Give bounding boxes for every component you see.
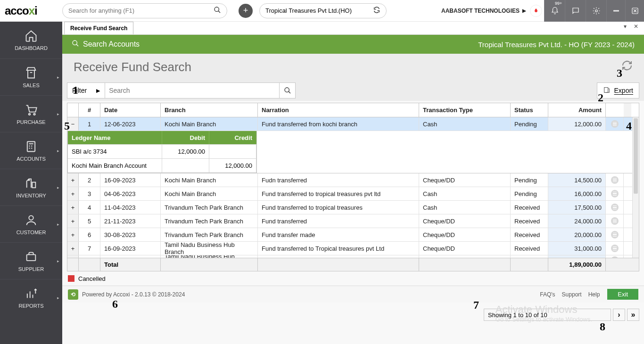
context-company-fy: Tropical Treasures Pvt Ltd. - HO (FY 202… [478,41,635,49]
row-menu-button[interactable] [606,214,624,228]
global-search[interactable] [62,3,227,18]
sidebar-item-sales[interactable]: SALES ▸ [0,58,62,95]
export-icon [603,86,611,95]
row-menu-button[interactable] [606,201,624,214]
logo-text-a: acco [5,4,29,17]
ledger-cell-name: SBI a/c 3734 [68,145,162,158]
grid-body: − 1 12-06-2023 Kochi Main Branch Fund tr… [67,117,639,258]
table-row[interactable]: − 1 12-06-2023 Kochi Main Branch Fund tr… [67,117,639,131]
sidebar-item-purchase[interactable]: PURCHASE ▸ [0,95,62,132]
sidebar-item-reports[interactable]: REPORTS ▸ [0,279,62,316]
cell-narration: Fund transferred from kochi branch [258,117,419,131]
chat-icon[interactable] [565,0,586,22]
table-row[interactable]: + 5 21-11-2023 Trivandum Tech Park Branc… [67,214,639,228]
chevron-right-icon: ▸ [57,295,59,300]
table-row[interactable]: + 3 04-06-2023 Kochi Main Branch Fund tr… [67,187,639,201]
cell-index: 5 [79,214,100,228]
collapse-icon[interactable]: − [67,117,79,131]
svg-point-17 [29,215,33,220]
panel-window-controls[interactable]: ▾ ✕ [624,23,641,30]
row-menu-button[interactable] [606,117,624,131]
svg-point-25 [285,88,289,92]
bell-icon[interactable] [544,0,565,22]
table-row[interactable]: + 8 14-12-2023 Tamil Nadu Business Hub B… [67,255,639,258]
total-label: Total [100,258,161,271]
row-menu-button[interactable] [606,255,624,258]
svg-point-2 [595,9,597,12]
logo-text-c: i [34,4,37,17]
row-menu-button[interactable] [606,173,624,187]
expand-icon[interactable]: + [67,242,79,255]
svg-line-1 [218,11,220,13]
sidebar-label: REPORTS [19,303,44,309]
export-label: Export [614,87,633,94]
add-button[interactable]: + [239,4,253,18]
left-sidebar: DASHBOARD SALES ▸ PURCHASE ▸ ACCOUNTS ▸ … [0,22,62,344]
grid-search[interactable] [105,82,280,98]
cell-status: Received [511,228,548,241]
svg-point-7 [29,113,31,115]
vertical-scrollbar[interactable] [632,117,639,258]
pager-next-button[interactable]: › [613,309,625,321]
table-row[interactable]: + 7 16-09-2023 Tamil Nadu Business Hub B… [67,242,639,255]
filter-button[interactable]: Filter ▶ [67,82,105,98]
row-menu-button[interactable] [606,187,624,200]
expand-icon[interactable]: + [67,187,79,200]
row-menu-button[interactable] [606,228,624,241]
footer-faq-link[interactable]: FAQ's [540,291,555,298]
close-button[interactable] [625,0,644,22]
col-index[interactable]: # [79,103,100,117]
export-button[interactable]: Export [597,82,639,98]
cell-branch: Trivandum Tech Park Branch [161,228,258,241]
sidebar-item-dashboard[interactable]: DASHBOARD [0,22,62,58]
cell-branch: Kochi Main Branch [161,187,258,200]
expand-icon[interactable]: + [67,255,79,258]
footer-support-link[interactable]: Support [562,291,582,298]
filter-row: Filter ▶ Export [62,80,644,101]
grid-search-button[interactable] [280,82,296,98]
global-search-input[interactable] [68,7,214,14]
search-icon[interactable] [214,6,221,16]
sidebar-item-accounts[interactable]: ACCOUNTS ▸ [0,132,62,169]
col-date[interactable]: Date [100,103,161,117]
table-row[interactable]: + 2 16-09-2023 Kochi Main Branch Fudn tr… [67,173,639,187]
col-transaction-type[interactable]: Transaction Type [419,103,511,117]
col-narration[interactable]: Narration [258,103,419,117]
footer-help-link[interactable]: Help [588,291,600,298]
ledger-row: Kochi Main Branch Account 12,000.00 [68,158,256,172]
col-amount[interactable]: Amount [548,103,606,117]
pager-last-button[interactable]: » [627,309,639,321]
announcement-icon[interactable] [530,5,542,17]
grid-search-input[interactable] [109,87,275,94]
sidebar-item-supplier[interactable]: SUPPLIER ▸ [0,242,62,279]
refresh-icon[interactable] [621,60,633,74]
gear-icon[interactable] [586,0,606,22]
table-row[interactable]: + 4 11-04-2023 Trivandum Tech Park Branc… [67,201,639,214]
expand-icon[interactable]: + [67,228,79,241]
ledger-col-credit: Credit [209,131,256,144]
tab-receive-fund-search[interactable]: Receive Fund Search [64,22,133,34]
expand-icon[interactable]: + [67,201,79,214]
company-selector[interactable]: Tropical Treasures Pvt Ltd.(HO) [259,3,387,18]
ledger-row: SBI a/c 3734 12,000.00 [68,144,256,158]
chevron-right-icon: ▸ [57,222,59,227]
context-title[interactable]: Search Accounts [83,40,140,49]
cell-index: 6 [79,228,100,241]
col-status[interactable]: Status [511,103,548,117]
user-name: AABASOFT TECHNOLOGIES [441,8,520,14]
svg-rect-3 [613,10,619,11]
row-menu-button[interactable] [606,242,624,255]
table-row[interactable]: + 6 30-08-2023 Trivandum Tech Park Branc… [67,228,639,242]
col-branch[interactable]: Branch [161,103,258,117]
minimize-button[interactable] [606,0,625,22]
cell-status: Pending [511,173,548,187]
sidebar-item-customer[interactable]: CUSTOMER ▸ [0,205,62,242]
expand-icon[interactable]: + [67,214,79,228]
cell-index: 4 [79,201,100,214]
expand-icon[interactable]: + [67,173,79,187]
top-user[interactable]: AABASOFT TECHNOLOGIES ▶ [441,8,526,14]
chevron-right-icon: ▸ [57,112,59,116]
sync-icon[interactable] [373,6,380,15]
exit-button[interactable]: Exit [607,289,638,300]
sidebar-item-inventory[interactable]: INVENTORY ▸ [0,169,62,205]
